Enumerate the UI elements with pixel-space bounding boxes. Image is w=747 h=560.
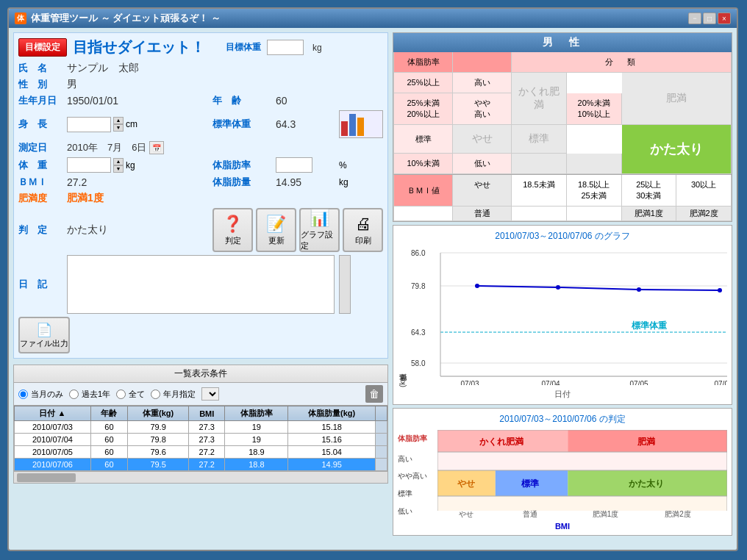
bmi-col-yase: やせ — [453, 175, 512, 207]
height-up-button[interactable]: ▲ — [113, 117, 124, 124]
graph-settings-button[interactable]: 📊 グラフ設定 — [299, 208, 340, 252]
col-bf-rate[interactable]: 体脂肪率 — [225, 406, 288, 421]
age-label: 年 齢 — [212, 94, 271, 107]
col-bf-amt[interactable]: 体脂肪量(kg) — [288, 406, 376, 421]
fat-thick-cell: かた太り — [622, 125, 732, 174]
weight-up-button[interactable]: ▲ — [113, 158, 124, 165]
level-low: 低い — [453, 154, 512, 174]
svg-text:58.0: 58.0 — [411, 359, 426, 367]
pct-20to10: 20%未満 10%以上 — [567, 93, 622, 125]
judge-label: 判定 — [225, 235, 241, 246]
file-output-button[interactable]: 📄 ファイル出力 — [18, 317, 70, 353]
calendar-button[interactable]: 📅 — [149, 141, 164, 154]
graph-y-label: 体重(kg) — [398, 245, 408, 387]
jy-standard: 標準 — [398, 489, 435, 499]
goal-weight-input[interactable]: 70 — [267, 40, 304, 55]
table-section: 一覧表示条件 当月のみ 過去1年 全て — [13, 365, 388, 484]
judgment-label-bf-rate: 体脂肪率 — [398, 434, 435, 444]
birthday-value: 1950/01/01 — [67, 95, 208, 107]
table-row[interactable]: 2010/07/036079.927.31915.18 — [15, 421, 387, 434]
jy-low: 低い — [398, 506, 435, 517]
hidden-obesity-cell: かくれ肥満 — [512, 73, 567, 125]
update-label: 更新 — [268, 235, 285, 246]
minimize-button[interactable]: － — [688, 12, 701, 24]
scrollbar-thumb[interactable] — [17, 473, 76, 482]
bf-rate-input[interactable]: 18.8 — [276, 157, 312, 173]
update-button[interactable]: 📝 更新 — [256, 208, 296, 252]
height-down-button[interactable]: ▼ — [113, 124, 124, 132]
empty-cell-2 — [567, 154, 622, 174]
goal-settings-button[interactable]: 目標設定 — [18, 38, 67, 57]
filter-past-year[interactable]: 過去1年 — [69, 389, 110, 400]
file-output-area: 📄 ファイル出力 — [18, 317, 383, 353]
judgment-title: 2010/07/03～2010/07/06 の判定 — [398, 413, 727, 426]
trash-button[interactable]: 🗑 — [365, 385, 383, 403]
judge-button[interactable]: ❓ 判定 — [212, 208, 253, 252]
col-date[interactable]: 日付 ▲ — [15, 406, 91, 421]
window-controls: － □ × — [688, 12, 731, 24]
svg-text:かた太り: かた太り — [629, 478, 664, 489]
filter-current-month[interactable]: 当月のみ — [18, 389, 63, 400]
bmi-col-futsuu: 普通 — [453, 207, 512, 221]
goal-weight-unit: kg — [312, 43, 322, 53]
svg-point-15 — [718, 288, 722, 292]
filter-year-month[interactable]: 年月指定 — [151, 389, 196, 400]
title-bar: 体 体重管理ツール ～ ダイエット頑張るぞ！ ～ － □ × — [9, 9, 737, 28]
graph-box: 2010/07/03～2010/07/06 のグラフ 体重(kg) — [393, 225, 732, 405]
print-icon: 🖨 — [355, 215, 371, 234]
bf-amount-value: 14.95 — [276, 176, 335, 188]
filter-past-year-label: 過去1年 — [82, 389, 110, 400]
bunrui-header: 分 類 — [512, 52, 732, 73]
file-label: ファイル出力 — [20, 338, 68, 349]
close-button[interactable]: × — [718, 12, 731, 24]
bmi-bottom-row: 普通 肥満1度 肥満2度 — [393, 207, 732, 221]
diary-scrollbar[interactable] — [339, 255, 351, 314]
filter-all[interactable]: 全て — [116, 389, 145, 400]
svg-text:64.3: 64.3 — [411, 329, 426, 337]
diary-label: 日 記 — [18, 278, 62, 291]
svg-text:標準: 標準 — [521, 478, 540, 489]
svg-text:普通: 普通 — [523, 510, 537, 518]
height-input-row: 171.0 ▲ ▼ cm — [67, 117, 208, 132]
table-row[interactable]: 2010/07/046079.827.31915.16 — [15, 434, 387, 446]
judgment-grid-area: かくれ肥満 肥満 やせ 標準 かた太り — [437, 430, 727, 520]
table-scrollbar-h[interactable] — [14, 471, 387, 483]
year-month-select[interactable] — [201, 387, 219, 401]
data-table-container[interactable]: 日付 ▲ 年齢 体重(kg) BMI 体脂肪率 体脂肪量(kg) 2010/07… — [14, 406, 387, 471]
table-header: 一覧表示条件 — [14, 365, 387, 383]
bmi-area: ＢＭＩ値 やせ 18.5未満 18.5以上 25未満 25以上 30未満 30以… — [393, 174, 732, 207]
jy-high: 高い — [398, 454, 435, 464]
pct-25to20: 25%未満 20%以上 — [394, 93, 453, 125]
right-panel: 男 性 体脂肪率 分 類 25%以上 高い かくれ肥満 肥満 25%未満 20%… — [393, 32, 732, 544]
name-value: サンプル 太郎 — [67, 62, 383, 75]
svg-text:標準体重: 標準体重 — [631, 320, 668, 331]
bmi-value-label: ＢＭＩ値 — [394, 175, 453, 207]
table-row[interactable]: 2010/07/066079.527.218.814.95 — [15, 459, 387, 471]
weight-input[interactable]: 79.5 — [67, 157, 111, 173]
graph-svg: 86.0 79.8 64.3 58.0 標準体重 — [411, 245, 727, 385]
table-row[interactable]: 2010/07/056079.627.218.915.04 — [15, 446, 387, 459]
col-age[interactable]: 年齢 — [90, 406, 127, 421]
graph-label: グラフ設定 — [301, 229, 338, 251]
diary-textarea[interactable] — [67, 255, 335, 314]
bmi-label: ＢＭＩ — [18, 176, 62, 189]
obesity-label: 肥満度 — [18, 192, 62, 205]
measure-date-value: 2010年 7月 6日 — [67, 141, 146, 154]
print-button[interactable]: 🖨 印刷 — [343, 208, 383, 252]
weight-down-button[interactable]: ▼ — [113, 165, 124, 173]
classification-header — [453, 52, 512, 73]
bf-rate-label: 体脂肪率 — [212, 159, 271, 172]
col-weight[interactable]: 体重(kg) — [128, 406, 189, 421]
left-panel: 目標設定 目指せダイエット！ 目標体重 70 kg 氏 名 サンプル 太郎 性 … — [13, 32, 388, 544]
weight-label: 体 重 — [18, 159, 62, 172]
col-bmi[interactable]: BMI — [189, 406, 225, 421]
svg-text:肥満2度: 肥満2度 — [665, 510, 691, 518]
data-table: 日付 ▲ 年齢 体重(kg) BMI 体脂肪率 体脂肪量(kg) 2010/07… — [14, 406, 387, 471]
age-value: 60 — [276, 95, 335, 107]
height-input[interactable]: 171.0 — [67, 117, 111, 132]
svg-text:07/06: 07/06 — [714, 380, 727, 385]
svg-text:肥満: 肥満 — [637, 437, 655, 447]
maximize-button[interactable]: □ — [703, 12, 716, 24]
gender-label: 性 別 — [18, 78, 62, 91]
weight-unit: kg — [126, 160, 135, 170]
